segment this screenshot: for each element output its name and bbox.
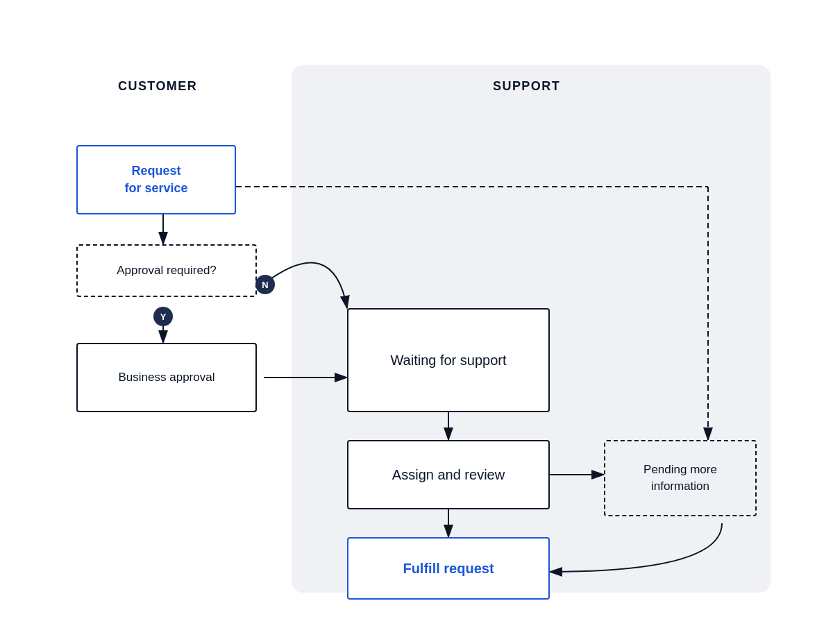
diagram-container: CUSTOMER SUPPORT Request for service App… [35,37,798,607]
y-badge: Y [153,307,173,326]
customer-column-header: CUSTOMER [118,79,197,94]
n-badge: N [255,275,275,294]
assign-review-box: Assign and review [347,440,550,509]
support-column-header: SUPPORT [493,79,560,94]
approval-required-box: Approval required? [76,244,257,297]
pending-info-box: Pending more information [604,440,757,516]
fulfill-request-box: Fulfill request [347,537,550,600]
request-service-box: Request for service [76,145,236,214]
waiting-support-box: Waiting for support [347,308,550,412]
business-approval-box: Business approval [76,343,257,412]
